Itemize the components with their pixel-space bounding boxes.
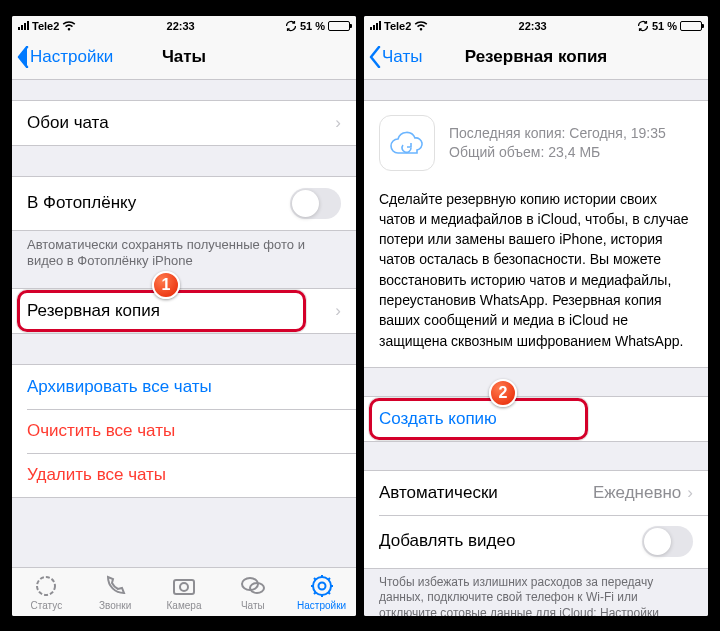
sync-icon <box>285 20 297 32</box>
clock-label: 22:33 <box>167 20 195 32</box>
cellular-footer: Чтобы избежать излишних расходов за пере… <box>364 569 708 616</box>
back-label: Настройки <box>30 47 113 67</box>
backup-status: Последняя копия: Сегодня, 19:35 Общий об… <box>364 101 708 185</box>
chats-icon <box>240 573 266 599</box>
nav-bar: Чаты Резервная копия <box>364 36 708 80</box>
wallpaper-cell[interactable]: Обои чата › <box>12 101 356 145</box>
include-video-cell[interactable]: Добавлять видео <box>364 515 708 568</box>
clear-all-button[interactable]: Очистить все чаты <box>12 409 356 453</box>
backup-label: Резервная копия <box>27 301 160 321</box>
step-badge-2: 2 <box>489 379 517 407</box>
auto-label: Автоматически <box>379 483 498 503</box>
back-button[interactable]: Настройки <box>12 46 113 68</box>
chevron-left-icon <box>368 46 382 68</box>
chevron-left-icon <box>16 46 30 68</box>
back-label: Чаты <box>382 47 422 67</box>
carrier-label: Tele2 <box>384 20 411 32</box>
clock-label: 22:33 <box>519 20 547 32</box>
last-backup-label: Последняя копия: Сегодня, 19:35 <box>449 124 666 143</box>
chevron-right-icon: › <box>687 483 693 503</box>
cameraroll-footer: Автоматически сохранять полученные фото … <box>12 231 356 271</box>
status-bar: Tele2 22:33 51 % <box>12 16 356 36</box>
content: Обои чата › В Фотоплёнку Автоматически с… <box>12 80 356 567</box>
video-label: Добавлять видео <box>379 531 515 551</box>
camera-icon <box>171 573 197 599</box>
archive-all-button[interactable]: Архивировать все чаты <box>12 365 356 409</box>
cameraroll-label: В Фотоплёнку <box>27 193 136 213</box>
backup-size-label: Общий объем: 23,4 МБ <box>449 143 666 162</box>
wallpaper-label: Обои чата <box>27 113 109 133</box>
chevron-right-icon: › <box>335 301 341 321</box>
svg-point-0 <box>37 577 55 595</box>
cameraroll-switch[interactable] <box>290 188 341 219</box>
wifi-icon <box>62 21 76 31</box>
tab-settings[interactable]: Настройки <box>287 568 356 616</box>
tab-chats[interactable]: Чаты <box>218 568 287 616</box>
video-switch[interactable] <box>642 526 693 557</box>
tab-camera[interactable]: Камера <box>150 568 219 616</box>
carrier-label: Tele2 <box>32 20 59 32</box>
auto-backup-cell[interactable]: Автоматически Ежедневно › <box>364 471 708 515</box>
create-backup-button[interactable]: Создать копию <box>364 397 708 441</box>
delete-all-button[interactable]: Удалить все чаты <box>12 453 356 497</box>
gear-icon <box>309 573 335 599</box>
nav-bar: Настройки Чаты <box>12 36 356 80</box>
battery-icon <box>328 21 350 31</box>
auto-value: Ежедневно <box>593 483 681 503</box>
phone-right: Tele2 22:33 51 % Чаты Резервная копия <box>364 16 708 616</box>
svg-point-6 <box>318 582 325 589</box>
battery-icon <box>680 21 702 31</box>
cameraroll-cell[interactable]: В Фотоплёнку <box>12 177 356 230</box>
status-bar: Tele2 22:33 51 % <box>364 16 708 36</box>
tab-calls[interactable]: Звонки <box>81 568 150 616</box>
tab-bar: Статус Звонки Камера Чаты Настройки <box>12 567 356 616</box>
phone-left: Tele2 22:33 51 % Настройки Чаты Обои чат… <box>12 16 356 616</box>
battery-pct: 51 % <box>652 20 677 32</box>
sync-icon <box>637 20 649 32</box>
content: Последняя копия: Сегодня, 19:35 Общий об… <box>364 80 708 616</box>
signal-icon <box>18 21 29 30</box>
backup-cell[interactable]: Резервная копия › <box>12 289 356 333</box>
battery-pct: 51 % <box>300 20 325 32</box>
chevron-right-icon: › <box>335 113 341 133</box>
tab-status[interactable]: Статус <box>12 568 81 616</box>
phone-icon <box>102 573 128 599</box>
status-icon <box>33 573 59 599</box>
backup-description: Сделайте резервную копию истории своих ч… <box>364 185 708 368</box>
svg-point-2 <box>180 583 188 591</box>
wifi-icon <box>414 21 428 31</box>
signal-icon <box>370 21 381 30</box>
back-button[interactable]: Чаты <box>364 46 422 68</box>
cloud-backup-icon <box>379 115 435 171</box>
